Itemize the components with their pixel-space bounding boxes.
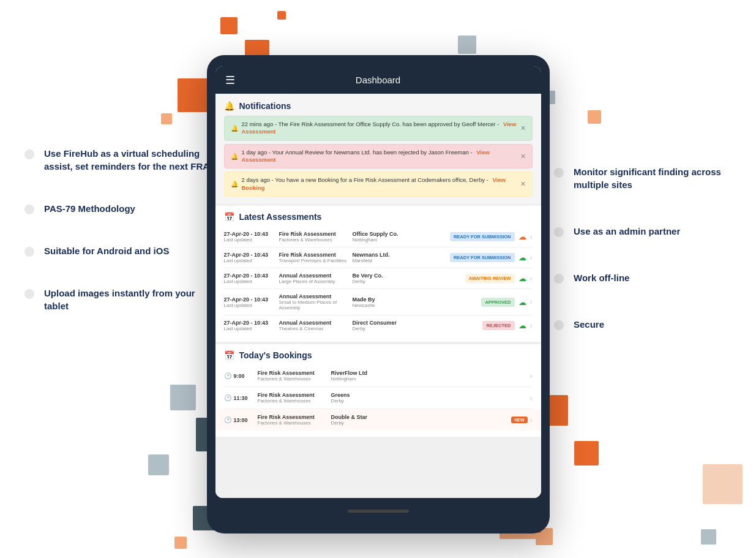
- status-badge-1: READY FOR SUBMISSION: [450, 253, 515, 262]
- deco-square-1: [220, 17, 238, 34]
- chevron-icon-4: ›: [530, 322, 533, 330]
- notif-bell-1: 🔔: [231, 153, 238, 160]
- notifications-title: Notifications: [239, 101, 291, 111]
- booking-chevron-0: ›: [530, 372, 533, 380]
- assess-status-4: REJECTED ☁ ›: [408, 321, 533, 330]
- booking-chevron-2: ›: [530, 416, 533, 424]
- chevron-icon-0: ›: [530, 233, 533, 241]
- assess-status-3: APPROVED ☁ ›: [408, 298, 533, 307]
- assess-status-0: READY FOR SUBMISSION ☁ ›: [408, 232, 533, 241]
- assess-date-2: 27-Apr-20 - 10:43 Last updated: [224, 273, 279, 284]
- assess-type-1: Fire Risk Assessment Transport Premises …: [279, 252, 353, 263]
- assess-date-1: 27-Apr-20 - 10:43 Last updated: [224, 252, 279, 263]
- clock-icon-1: 🕐: [224, 394, 231, 401]
- assess-type-3: Annual Assessment Small to Medium Places…: [279, 293, 353, 311]
- calendar-icon-bookings: 📅: [224, 350, 234, 360]
- left-features-list: Use FireHub as a virtual scheduling assi…: [24, 147, 214, 342]
- feature-item-monitor: Monitor significant finding across multi…: [554, 165, 744, 191]
- assess-client-0: Office Supply Co. Nottingham: [353, 231, 408, 243]
- notif-text-1: 1 day ago - Your Annual Review for Newma…: [242, 149, 517, 164]
- deco-square-6: [588, 110, 601, 124]
- booking-status-2: NEW ›: [511, 416, 532, 424]
- assess-client-4: Direct Consumer Derby: [353, 320, 408, 331]
- cloud-icon-0: ☁: [518, 232, 526, 241]
- notification-item-0: 🔔 22 mins ago - The Fire Risk Assessment…: [224, 116, 533, 141]
- assess-date-0: 27-Apr-20 - 10:43 Last updated: [224, 231, 279, 243]
- assessment-row-1[interactable]: 27-Apr-20 - 10:43 Last updated Fire Risk…: [224, 247, 533, 268]
- deco-square-19: [174, 537, 187, 549]
- chevron-icon-2: ›: [530, 274, 533, 283]
- booking-time-2: 🕐 13:00: [224, 417, 258, 423]
- dashboard-title: Dashboard: [356, 75, 400, 85]
- feature-item-pas79: PAS-79 Methodology: [24, 202, 214, 215]
- booking-row-0[interactable]: 🕐 9:00 Fire Risk Assessment Factories & …: [224, 365, 533, 387]
- assessment-row-3[interactable]: 27-Apr-20 - 10:43 Last updated Annual As…: [224, 289, 533, 315]
- feature-text-android-ios: Suitable for Android and iOS: [44, 244, 169, 257]
- tablet-frame: ☰ Dashboard 🔔 Notifications 🔔 22 mins ag…: [207, 55, 550, 533]
- cloud-icon-3: ☁: [518, 298, 526, 307]
- hamburger-icon[interactable]: ☰: [225, 74, 235, 87]
- assess-type-0: Fire Risk Assessment Factories & Warehou…: [279, 231, 353, 243]
- status-badge-4: REJECTED: [482, 321, 514, 330]
- deco-square-20: [701, 529, 716, 545]
- notif-close-1[interactable]: ✕: [520, 153, 526, 160]
- feature-text-upload: Upload images instantly from your tablet: [44, 287, 214, 312]
- notification-item-1: 🔔 1 day ago - Your Annual Review for New…: [224, 144, 533, 169]
- deco-square-16: [170, 385, 196, 410]
- feature-item-upload: Upload images instantly from your tablet: [24, 287, 214, 312]
- calendar-icon: 📅: [224, 212, 234, 222]
- feature-dot-monitor: [554, 168, 564, 178]
- deco-square-10: [574, 441, 599, 466]
- feature-dot-admin: [554, 227, 564, 237]
- assessment-row-4[interactable]: 27-Apr-20 - 10:43 Last updated Annual As…: [224, 315, 533, 336]
- assess-date-3: 27-Apr-20 - 10:43 Last updated: [224, 296, 279, 308]
- deco-square-8: [161, 113, 172, 124]
- notif-close-2[interactable]: ✕: [520, 180, 526, 188]
- cloud-icon-4: ☁: [518, 321, 526, 330]
- deco-square-11: [703, 464, 743, 504]
- tablet-screen: ☰ Dashboard 🔔 Notifications 🔔 22 mins ag…: [215, 66, 541, 498]
- feature-item-android-ios: Suitable for Android and iOS: [24, 244, 214, 257]
- tablet-device: ☰ Dashboard 🔔 Notifications 🔔 22 mins ag…: [207, 55, 550, 533]
- feature-item-scheduling: Use FireHub as a virtual scheduling assi…: [24, 147, 214, 173]
- assess-client-2: Be Very Co. Derby: [353, 273, 408, 284]
- feature-dot-scheduling: [24, 149, 34, 159]
- booking-time-1: 🕐 11:30: [224, 394, 258, 401]
- booking-client-2: Double & Star Derby: [331, 414, 512, 426]
- feature-item-admin: Use as an admin partner: [554, 225, 744, 238]
- booking-chevron-1: ›: [530, 394, 533, 402]
- booking-status-1: ›: [530, 394, 533, 402]
- bookings-header: 📅 Today's Bookings: [224, 350, 533, 360]
- feature-dot-offline: [554, 274, 564, 284]
- notif-close-0[interactable]: ✕: [520, 124, 526, 132]
- home-bar-area: [215, 504, 541, 515]
- deco-square-17: [148, 454, 169, 475]
- notif-text-0: 22 mins ago - The Fire Risk Assessment f…: [242, 121, 517, 136]
- assessments-title: Latest Assessments: [239, 212, 322, 222]
- deco-square-3: [277, 11, 286, 20]
- feature-text-scheduling: Use FireHub as a virtual scheduling assi…: [44, 147, 214, 173]
- assessment-row-0[interactable]: 27-Apr-20 - 10:43 Last updated Fire Risk…: [224, 227, 533, 247]
- assessment-row-2[interactable]: 27-Apr-20 - 10:43 Last updated Annual As…: [224, 268, 533, 289]
- booking-client-0: RiverFlow Ltd Nottingham: [331, 370, 530, 382]
- clock-icon-2: 🕐: [224, 417, 231, 423]
- new-badge-2: NEW: [511, 417, 527, 423]
- booking-status-0: ›: [530, 372, 533, 380]
- bookings-section: 📅 Today's Bookings 🕐 9:00 Fire Risk Asse…: [215, 344, 541, 437]
- feature-dot-upload: [24, 289, 34, 299]
- chevron-icon-1: ›: [530, 254, 533, 262]
- assess-status-1: READY FOR SUBMISSION ☁ ›: [408, 253, 533, 262]
- booking-row-1[interactable]: 🕐 11:30 Fire Risk Assessment Factories &…: [224, 387, 533, 409]
- feature-dot-android-ios: [24, 247, 34, 257]
- assess-type-2: Annual Assessment Large Places of Assemb…: [279, 273, 353, 284]
- booking-row-2[interactable]: 🕐 13:00 Fire Risk Assessment Factories &…: [215, 409, 541, 431]
- assessments-section: 📅 Latest Assessments 27-Apr-20 - 10:43 L…: [215, 206, 541, 342]
- cloud-icon-1: ☁: [518, 253, 526, 262]
- assess-type-4: Annual Assessment Theatres & Cinemas: [279, 320, 353, 331]
- booking-time-0: 🕐 9:00: [224, 372, 258, 379]
- tablet-header: ☰ Dashboard: [215, 66, 541, 94]
- notifications-section: 🔔 Notifications 🔔 22 mins ago - The Fire…: [215, 94, 541, 203]
- feature-dot-secure: [554, 320, 564, 330]
- feature-text-monitor: Monitor significant finding across multi…: [574, 165, 744, 191]
- cloud-icon-2: ☁: [518, 274, 526, 283]
